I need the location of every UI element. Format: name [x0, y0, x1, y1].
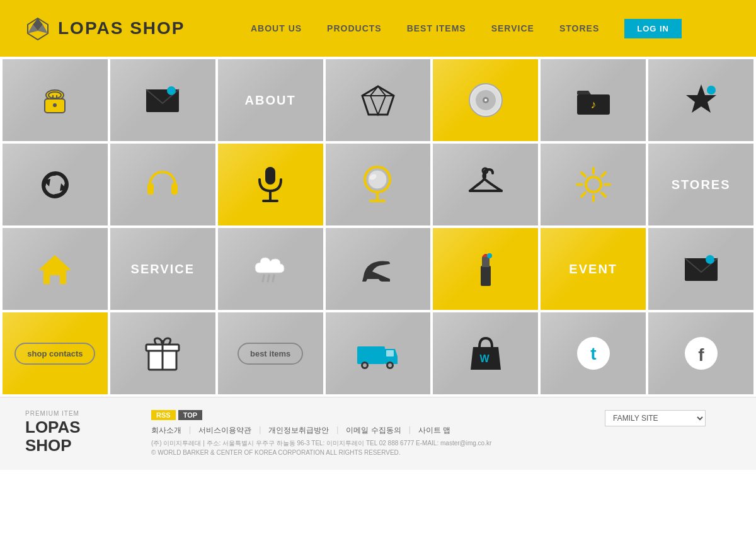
grid-cell-facebook[interactable]: f	[648, 312, 753, 394]
grid-cell-star[interactable]	[648, 59, 753, 141]
svg-text:t: t	[590, 344, 596, 363]
truck-icon	[356, 336, 400, 371]
top-tag[interactable]: TOP	[178, 410, 202, 420]
login-button[interactable]: LOG IN	[624, 19, 682, 38]
footer-link-1[interactable]: 회사소개	[151, 425, 181, 436]
diamond-icon	[359, 83, 397, 118]
grid-cell-about[interactable]: ABOUT	[218, 59, 323, 141]
svg-point-40	[586, 177, 601, 192]
svg-line-51	[268, 275, 269, 282]
gift-icon	[144, 333, 181, 374]
shop-contacts-button[interactable]: shop contacts	[14, 343, 95, 365]
svg-rect-30	[265, 167, 275, 185]
lipstick-icon	[473, 247, 498, 291]
footer-family-site: FAMILY SITE	[605, 410, 731, 426]
logo-text: LOPAS SHOP	[58, 18, 185, 38]
grid-cell-mail[interactable]	[110, 59, 215, 141]
shopping-bag-icon: W	[467, 333, 505, 374]
mail-icon	[144, 84, 181, 116]
svg-point-69	[388, 363, 392, 367]
folder-icon: ♪	[575, 83, 612, 118]
icon-grid: ABOUT ♪	[0, 57, 756, 397]
nav-service[interactable]: SERVICE	[491, 23, 534, 33]
footer-premium-label: PREMIUM ITEM	[25, 410, 126, 417]
grid-cell-shopping-bag[interactable]: W	[433, 312, 538, 394]
grid-cell-headphones[interactable]	[110, 144, 215, 225]
footer-link-4[interactable]: 이메일 수집동의	[346, 425, 401, 436]
grid-cell-heels[interactable]	[326, 228, 431, 310]
footer-logo-text: LOPAS SHOP	[25, 418, 126, 454]
grid-cell-home[interactable]	[3, 228, 108, 310]
svg-marker-55	[484, 248, 487, 252]
svg-point-23	[707, 86, 716, 94]
grid-cell-service[interactable]: SERVICE	[110, 228, 215, 310]
heels-icon	[357, 250, 398, 288]
footer-rss-bar: RSS TOP	[151, 410, 580, 420]
svg-line-45	[581, 173, 585, 176]
logo-diamond-icon	[25, 16, 50, 41]
svg-line-46	[602, 193, 605, 197]
twitter-icon: t	[575, 334, 612, 372]
footer-logo-area: PREMIUM ITEM LOPAS SHOP	[25, 410, 126, 454]
cloud-icon	[250, 250, 291, 288]
main-nav: ABOUT US PRODUCTS BEST ITEMS SERVICE STO…	[202, 19, 731, 38]
footer-link-2[interactable]: 서비스이용약관	[198, 425, 251, 436]
event-text: EVENT	[569, 262, 617, 277]
nav-about-us[interactable]: ABOUT US	[251, 23, 302, 33]
nav-products[interactable]: PRODUCTS	[327, 23, 382, 33]
svg-point-67	[363, 363, 367, 367]
grid-cell-bag[interactable]	[3, 59, 108, 141]
cd-icon	[467, 81, 505, 119]
svg-point-58	[706, 255, 714, 264]
service-text: SERVICE	[131, 262, 195, 277]
mirror-icon	[360, 164, 395, 205]
grid-cell-cloud[interactable]	[218, 228, 323, 310]
footer: PREMIUM ITEM LOPAS SHOP RSS TOP 회사소개 | 서…	[0, 397, 756, 470]
footer-address-line2: © WORLD BARKER & CENTER OF KOREA CORPORA…	[151, 448, 580, 457]
header: LOPAS SHOP ABOUT US PRODUCTS BEST ITEMS …	[0, 0, 756, 57]
bag-icon	[36, 81, 74, 119]
svg-point-18	[484, 99, 487, 101]
svg-line-50	[263, 275, 264, 282]
svg-rect-65	[386, 350, 394, 356]
grid-cell-truck[interactable]	[326, 312, 431, 394]
sun-icon	[575, 166, 612, 203]
grid-cell-shop-contacts[interactable]: shop contacts	[3, 312, 108, 394]
svg-point-11	[167, 86, 176, 95]
svg-point-6	[53, 103, 57, 107]
logo-area: LOPAS SHOP	[25, 16, 202, 41]
grid-cell-stores[interactable]: STORES	[648, 144, 753, 225]
family-site-select[interactable]: FAMILY SITE	[605, 410, 706, 426]
svg-marker-49	[38, 255, 71, 284]
grid-cell-microphone[interactable]	[218, 144, 323, 225]
grid-cell-diamond[interactable]	[326, 59, 431, 141]
footer-link-3[interactable]: 개인정보취급방안	[268, 425, 329, 436]
grid-cell-folder[interactable]: ♪	[541, 59, 646, 141]
facebook-icon: f	[682, 334, 720, 372]
nav-best-items[interactable]: BEST ITEMS	[407, 23, 466, 33]
grid-cell-sun[interactable]	[541, 144, 646, 225]
grid-cell-twitter[interactable]: t	[541, 312, 646, 394]
nav-stores[interactable]: STORES	[559, 23, 599, 33]
svg-line-48	[581, 193, 585, 197]
svg-text:♪: ♪	[590, 98, 596, 111]
grid-cell-mirror[interactable]	[326, 144, 431, 225]
grid-cell-best-items[interactable]: best items	[218, 312, 323, 394]
footer-nav-links: 회사소개 | 서비스이용약관 | 개인정보취급방안 | 이메일 수집동의 | 사…	[151, 425, 580, 436]
grid-cell-gift[interactable]	[110, 312, 215, 394]
grid-cell-event[interactable]: EVENT	[541, 228, 646, 310]
footer-links-area: RSS TOP 회사소개 | 서비스이용약관 | 개인정보취급방안 | 이메일 …	[151, 410, 580, 457]
grid-cell-refresh[interactable]	[3, 144, 108, 225]
rss-tag[interactable]: RSS	[151, 410, 176, 420]
svg-rect-54	[482, 257, 490, 267]
grid-cell-lipstick[interactable]	[433, 228, 538, 310]
best-items-button[interactable]: best items	[238, 343, 303, 365]
grid-cell-cd[interactable]	[433, 59, 538, 141]
footer-link-5[interactable]: 사이트 맵	[418, 425, 450, 436]
grid-cell-hanger[interactable]	[433, 144, 538, 225]
svg-text:W: W	[479, 353, 490, 364]
grid-cell-mail2[interactable]	[648, 228, 753, 310]
hanger-icon	[465, 166, 506, 203]
headphones-icon	[144, 166, 181, 203]
svg-marker-12	[362, 86, 394, 115]
